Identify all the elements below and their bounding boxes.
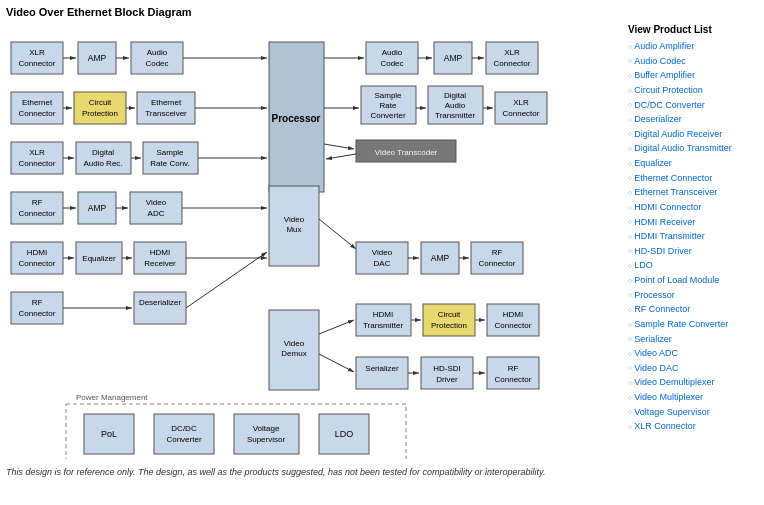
svg-rect-123 — [356, 357, 408, 389]
sidebar-list: Audio AmplifierAudio CodecBuffer Amplifi… — [628, 39, 758, 434]
sidebar-list-item[interactable]: HD-SDI Driver — [628, 244, 758, 259]
sidebar-list-item[interactable]: Processor — [628, 288, 758, 303]
sidebar-list-item[interactable]: Sample Rate Converter — [628, 317, 758, 332]
svg-rect-73 — [130, 192, 182, 224]
svg-text:Deserializer: Deserializer — [139, 298, 182, 307]
svg-rect-117 — [423, 304, 475, 336]
sidebar-list-item[interactable]: Ethernet Connector — [628, 171, 758, 186]
svg-text:Transmitter: Transmitter — [363, 321, 403, 330]
sidebar-list-item[interactable]: Voltage Supervisor — [628, 405, 758, 420]
svg-line-100 — [319, 219, 356, 249]
svg-text:RF: RF — [32, 298, 43, 307]
svg-rect-43 — [495, 92, 547, 124]
svg-text:Video: Video — [284, 215, 305, 224]
svg-text:AMP: AMP — [88, 53, 107, 63]
disclaimer: This design is for reference only. The d… — [6, 467, 606, 477]
svg-rect-93 — [11, 292, 63, 324]
svg-text:Power Management: Power Management — [76, 393, 148, 402]
svg-rect-120 — [487, 304, 539, 336]
sidebar-list-item[interactable]: HDMI Receiver — [628, 215, 758, 230]
sidebar-list-item[interactable]: Deserializer — [628, 112, 758, 127]
svg-rect-12 — [366, 42, 418, 74]
svg-text:Connector: Connector — [494, 59, 531, 68]
svg-text:Transceiver: Transceiver — [145, 109, 187, 118]
svg-rect-7 — [131, 42, 183, 74]
sidebar-list-item[interactable]: Ethernet Transceiver — [628, 185, 758, 200]
svg-text:Video Transcoder: Video Transcoder — [375, 148, 438, 157]
svg-text:Processor: Processor — [272, 113, 321, 124]
svg-text:RF: RF — [32, 198, 43, 207]
svg-text:XLR: XLR — [504, 48, 520, 57]
sidebar-list-item[interactable]: Circuit Protection — [628, 83, 758, 98]
svg-text:Mux: Mux — [286, 225, 301, 234]
svg-text:Video: Video — [146, 198, 167, 207]
svg-text:Driver: Driver — [436, 375, 458, 384]
svg-text:Sample: Sample — [374, 91, 402, 100]
sidebar-list-item[interactable]: LDO — [628, 258, 758, 273]
sidebar-list-item[interactable]: Point of Load Module — [628, 273, 758, 288]
svg-text:DAC: DAC — [374, 259, 391, 268]
sidebar-list-item[interactable]: Digital Audio Receiver — [628, 127, 758, 142]
svg-rect-58 — [143, 142, 198, 174]
svg-text:Supervisor: Supervisor — [247, 435, 286, 444]
svg-text:Receiver: Receiver — [144, 259, 176, 268]
svg-text:Audio: Audio — [147, 48, 168, 57]
sidebar-list-item[interactable]: RF Connector — [628, 302, 758, 317]
sidebar-list-item[interactable]: HDMI Connector — [628, 200, 758, 215]
svg-text:HD-SDI: HD-SDI — [433, 364, 461, 373]
svg-text:RF: RF — [492, 248, 503, 257]
sidebar-title: View Product List — [628, 24, 758, 35]
sidebar: View Product List Audio AmplifierAudio C… — [628, 24, 758, 461]
svg-text:Connector: Connector — [495, 375, 532, 384]
svg-text:Video: Video — [284, 339, 305, 348]
svg-text:Converter: Converter — [166, 435, 201, 444]
svg-text:Codec: Codec — [145, 59, 168, 68]
svg-text:XLR: XLR — [29, 148, 45, 157]
svg-text:HDMI: HDMI — [373, 310, 393, 319]
sidebar-list-item[interactable]: HDMI Transmitter — [628, 229, 758, 244]
sidebar-list-item[interactable]: Buffer Amplifier — [628, 68, 758, 83]
svg-text:Demux: Demux — [281, 349, 306, 358]
svg-line-99 — [186, 252, 267, 308]
sidebar-list-item[interactable]: Audio Amplifier — [628, 39, 758, 54]
svg-rect-114 — [356, 304, 411, 336]
svg-text:Converter: Converter — [370, 111, 405, 120]
svg-rect-109 — [471, 242, 523, 274]
svg-text:AMP: AMP — [88, 203, 107, 213]
svg-rect-87 — [134, 242, 186, 274]
svg-text:Digital: Digital — [92, 148, 114, 157]
svg-text:Connector: Connector — [19, 159, 56, 168]
sidebar-list-item[interactable]: Video DAC — [628, 361, 758, 376]
sidebar-list-item[interactable]: Audio Codec — [628, 54, 758, 69]
svg-rect-96 — [134, 292, 186, 324]
sidebar-list-item[interactable]: Serializer — [628, 332, 758, 347]
svg-text:AMP: AMP — [431, 253, 450, 263]
sidebar-list-item[interactable]: XLR Connector — [628, 419, 758, 434]
svg-text:ADC: ADC — [148, 209, 165, 218]
sidebar-list-item[interactable]: DC/DC Converter — [628, 98, 758, 113]
svg-line-132 — [319, 354, 354, 372]
svg-line-66 — [324, 144, 354, 149]
svg-text:Serializer: Serializer — [365, 364, 399, 373]
sidebar-list-item[interactable]: Video Multiplexer — [628, 390, 758, 405]
svg-text:Rate Conv.: Rate Conv. — [150, 159, 189, 168]
svg-rect-125 — [421, 357, 473, 389]
svg-text:LDO: LDO — [335, 429, 354, 439]
svg-rect-144 — [234, 414, 299, 454]
sidebar-list-item[interactable]: Video Demultiplexer — [628, 375, 758, 390]
svg-text:Connector: Connector — [479, 259, 516, 268]
svg-text:HDMI: HDMI — [503, 310, 523, 319]
svg-text:HDMI: HDMI — [27, 248, 47, 257]
svg-rect-29 — [74, 92, 126, 124]
svg-rect-17 — [486, 42, 538, 74]
svg-rect-26 — [11, 92, 63, 124]
sidebar-list-item[interactable]: Video ADC — [628, 346, 758, 361]
svg-rect-68 — [11, 192, 63, 224]
svg-text:Connector: Connector — [19, 59, 56, 68]
svg-rect-104 — [356, 242, 408, 274]
svg-text:Audio Rec.: Audio Rec. — [83, 159, 122, 168]
svg-text:PoL: PoL — [101, 429, 117, 439]
svg-text:Protection: Protection — [431, 321, 467, 330]
sidebar-list-item[interactable]: Digital Audio Transmitter — [628, 141, 758, 156]
sidebar-list-item[interactable]: Equalizer — [628, 156, 758, 171]
